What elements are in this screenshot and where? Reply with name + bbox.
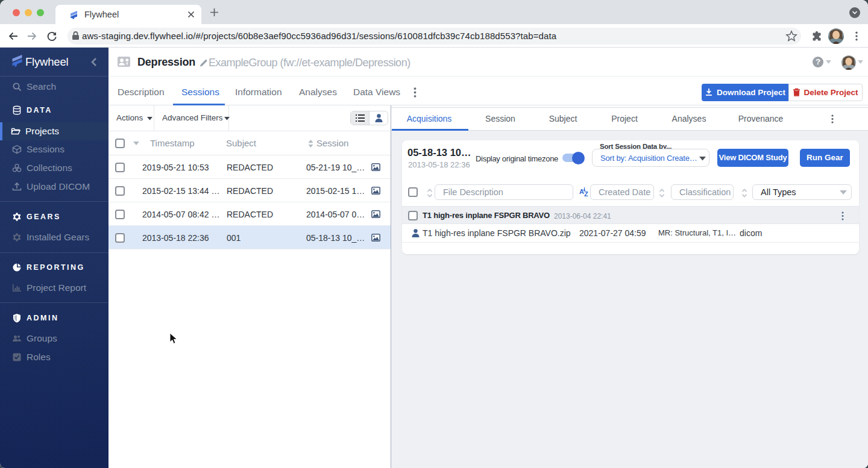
- svg-text:Z: Z: [584, 190, 588, 197]
- svg-text:A: A: [579, 188, 584, 195]
